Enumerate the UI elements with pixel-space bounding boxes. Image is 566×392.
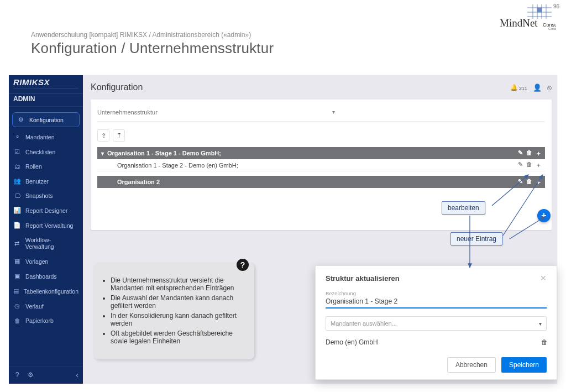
- sidebar-item-workflow[interactable]: ⇄ Workflow-Verwaltung: [9, 233, 83, 254]
- slide-title: Konfiguration / Unternehmensstruktur: [31, 40, 274, 57]
- roles-icon: 🗂: [13, 163, 21, 170]
- callout-edit: bearbeiten: [442, 201, 485, 215]
- chevron-down-icon: ▾: [332, 109, 545, 115]
- sidebar-item-konfiguration[interactable]: ⚙ Konfiguration: [12, 112, 80, 127]
- org-tree: ▾ Organisation 1 - Stage 1 - Demo GmbH; …: [97, 147, 545, 188]
- tree-row[interactable]: Organisation 2 ✎ 🗑 ＋: [97, 176, 545, 188]
- notif-count: 211: [519, 86, 527, 91]
- logout-icon[interactable]: ⎋: [547, 83, 552, 92]
- remove-mandant-icon[interactable]: 🗑︎: [541, 338, 547, 346]
- tree-row-label: Organisation 1 - Stage 1 - Demo GmbH;: [107, 150, 518, 156]
- sidebar-nav: ⚙ Konfiguration ⚬ Mandanten ☑ Checkliste…: [9, 107, 83, 367]
- svg-text:GmbH: GmbH: [548, 27, 556, 30]
- edit-icon[interactable]: ✎: [518, 149, 523, 158]
- delete-icon[interactable]: 🗑: [526, 149, 532, 158]
- workflow-icon: ⇄: [13, 240, 21, 247]
- sidebar-item-report-designer[interactable]: 📊 Report Designer: [9, 203, 83, 218]
- help-bubble: ? Die Unternehmensstruktur versieht die …: [94, 263, 254, 359]
- tree-row-label: Organisation 2: [107, 179, 518, 185]
- report-admin-icon: 📄: [13, 222, 21, 229]
- sidebar-item-label: Workflow-Verwaltung: [25, 237, 78, 250]
- add-icon[interactable]: ＋: [536, 161, 542, 169]
- slide-kicker: Anwenderschulung [kompakt] RIMIKSX / Adm…: [31, 31, 251, 39]
- caret-icon[interactable]: ▾: [97, 150, 107, 156]
- close-icon[interactable]: ✕: [540, 274, 547, 283]
- user-icon[interactable]: 👤: [533, 83, 542, 92]
- field-label-bezeichnung: Bezeichnung: [326, 290, 547, 296]
- help-question-icon: ?: [237, 259, 249, 271]
- cancel-button[interactable]: Abbrechen: [447, 357, 496, 373]
- notifications-button[interactable]: 🔔 211: [510, 84, 527, 91]
- sidebar-item-checklisten[interactable]: ☑ Checklisten: [9, 144, 83, 159]
- tree-row[interactable]: Organisation 1 - Stage 2 - Demo (en) Gmb…: [97, 159, 545, 171]
- delete-icon[interactable]: 🗑: [526, 161, 532, 169]
- brand-area: ADMIN: [9, 94, 83, 107]
- selector-value: Unternehmensstruktur: [97, 109, 158, 116]
- trash-icon: 🗑: [13, 317, 21, 324]
- collapse-sidebar-icon[interactable]: ‹: [76, 370, 78, 379]
- help-bullet: Die Unternehmensstruktur versieht die Ma…: [111, 276, 244, 292]
- sidebar-item-label: Snapshots: [25, 192, 53, 199]
- sidebar-item-label: Report Designer: [25, 207, 67, 214]
- delete-icon[interactable]: 🗑: [526, 178, 532, 186]
- sidebar-item-label: Papierkorb: [25, 317, 54, 324]
- topbar: Konfiguration 🔔 211 👤 ⎋: [91, 79, 552, 96]
- mandanten-dropdown[interactable]: Mandanten auswählen... ▾: [326, 316, 547, 331]
- sidebar-item-label: Dashboards: [25, 273, 57, 280]
- sidebar-item-verlauf[interactable]: ◷ Verlauf: [9, 299, 83, 313]
- brand-product: RIMIKSX: [13, 77, 50, 87]
- sidebar-item-label: Checklisten: [25, 149, 55, 155]
- help-bullet: In der Konsolidierung kann danach gefilt…: [111, 312, 244, 327]
- sidebar-item-mandanten[interactable]: ⚬ Mandanten: [9, 129, 83, 144]
- history-icon: ◷: [13, 302, 21, 310]
- checklist-icon: ☑: [13, 148, 21, 155]
- edit-icon[interactable]: ✎: [518, 161, 523, 169]
- tree-toolbar: ⇪ ⤒: [97, 129, 545, 142]
- save-button[interactable]: Speichern: [501, 357, 547, 373]
- add-icon[interactable]: ＋: [536, 149, 542, 158]
- sidebar-item-label: Report Verwaltung: [25, 222, 73, 229]
- clients-icon: ⚬: [13, 133, 21, 140]
- dropdown-placeholder: Mandanten auswählen...: [331, 320, 397, 327]
- add-icon[interactable]: ＋: [536, 178, 542, 186]
- sidebar-item-label: Rollen: [25, 163, 42, 170]
- field-bezeichnung[interactable]: Organisation 1 - Stage 2: [326, 296, 547, 309]
- help-bullet: Oft abgebildet werden Geschäftsbereiche …: [111, 330, 244, 345]
- settings-icon[interactable]: ⚙: [27, 371, 34, 379]
- tree-row[interactable]: ▾ Organisation 1 - Stage 1 - Demo GmbH; …: [97, 147, 545, 159]
- config-section-selector[interactable]: Unternehmensstruktur ▾: [97, 105, 545, 122]
- sidebar-item-vorlagen[interactable]: ▦ Vorlagen: [9, 254, 83, 269]
- svg-text:MindNet: MindNet: [500, 17, 538, 29]
- sidebar-item-label: Tabellenkonfiguration: [24, 288, 78, 295]
- add-fab[interactable]: +: [537, 209, 551, 222]
- svg-rect-7: [537, 8, 542, 12]
- brand: RIMIKSX: [9, 75, 83, 94]
- sidebar-item-rollen[interactable]: 🗂 Rollen: [9, 159, 83, 174]
- help-icon[interactable]: ?: [13, 371, 21, 379]
- snapshot-icon: 🖵: [13, 192, 21, 199]
- sidebar-item-snapshots[interactable]: 🖵 Snapshots: [9, 189, 83, 203]
- sidebar-item-dashboards[interactable]: ▣ Dashboards: [9, 269, 83, 284]
- edit-icon[interactable]: ✎: [518, 178, 523, 186]
- templates-icon: ▦: [13, 258, 21, 265]
- sidebar-item-label: Mandanten: [25, 134, 55, 140]
- report-designer-icon: 📊: [13, 207, 21, 214]
- sidebar-item-papierkorb[interactable]: 🗑 Papierkorb: [9, 313, 83, 328]
- dialog-title: Struktur aktualisieren: [326, 274, 400, 283]
- dashboard-icon: ▣: [13, 273, 21, 280]
- sidebar-item-label: Benutzer: [25, 178, 49, 185]
- export-button[interactable]: ⇪: [97, 129, 109, 142]
- sidebar-footer: ? ⚙ ‹: [9, 367, 83, 384]
- sidebar-item-benutzer[interactable]: 👥 Benutzer: [9, 174, 83, 189]
- sidebar-item-label: Konfiguration: [29, 117, 64, 123]
- sidebar-item-label: Vorlagen: [25, 258, 48, 265]
- chevron-down-icon: ▾: [539, 321, 542, 327]
- sidebar-item-tabellenkonfiguration[interactable]: ▤ Tabellenkonfiguration: [9, 284, 83, 299]
- main: Konfiguration 🔔 211 👤 ⎋ Unternehmensstru…: [83, 75, 557, 384]
- selected-mandant: Demo (en) GmbH: [326, 338, 378, 346]
- collapse-all-button[interactable]: ⤒: [113, 129, 125, 142]
- update-structure-dialog: Struktur aktualisieren ✕ Bezeichnung Org…: [315, 265, 557, 380]
- sidebar-item-label: Verlauf: [25, 303, 44, 310]
- selected-mandant-row: Demo (en) GmbH 🗑︎: [326, 338, 547, 346]
- sidebar-item-report-verwaltung[interactable]: 📄 Report Verwaltung: [9, 218, 83, 233]
